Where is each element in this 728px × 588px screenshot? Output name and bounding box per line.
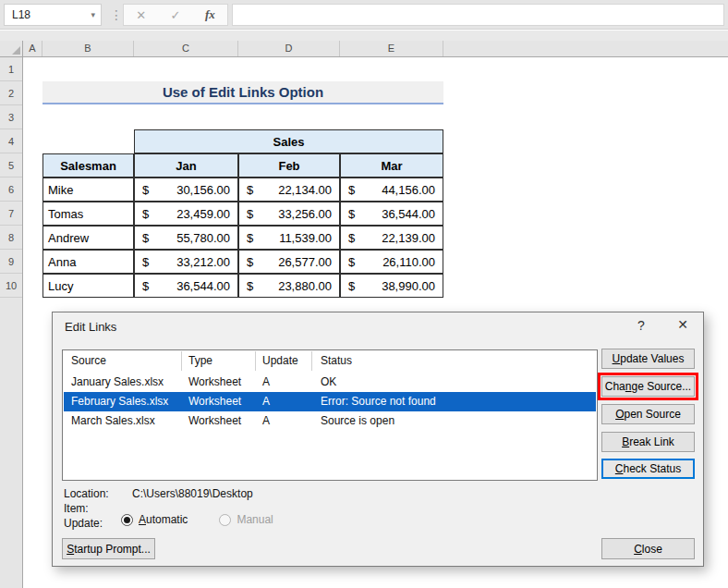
column-header-b[interactable]: B <box>42 41 134 56</box>
select-all-corner[interactable] <box>0 41 23 56</box>
table-col-header-mar: Mar <box>340 153 443 178</box>
confirm-icon[interactable]: ✓ <box>171 8 181 22</box>
cell-value[interactable]: $36,544.00 <box>134 274 238 298</box>
row-header-7[interactable]: 7 <box>0 202 22 226</box>
check-status-button[interactable]: Check Status <box>601 459 695 479</box>
link-status: Error: Source not found <box>321 392 436 411</box>
label-accel: O <box>615 408 624 421</box>
break-link-button[interactable]: Break Link <box>601 432 695 452</box>
update-mode-radios: Automatic Manual <box>121 513 273 526</box>
list-item-march[interactable]: March Sales.xlsx Worksheet A Source is o… <box>64 411 596 431</box>
name-box-dropdown-icon[interactable]: ▾ <box>91 10 101 19</box>
row-header-4[interactable]: 4 <box>0 129 22 153</box>
name-box-value: L18 <box>5 8 91 21</box>
link-source: March Sales.xlsx <box>71 411 155 431</box>
formula-bar-buttons: ✕ ✓ fx <box>123 4 228 26</box>
location-value: C:\Users\88019\Desktop <box>132 487 253 500</box>
link-update: A <box>262 373 270 392</box>
cancel-icon[interactable]: ✕ <box>136 8 146 22</box>
cell-salesman[interactable]: Andrew <box>42 226 134 250</box>
cell-value[interactable]: $11,539.00 <box>238 226 340 250</box>
help-icon[interactable]: ? <box>631 318 651 335</box>
cell-value[interactable]: $23,880.00 <box>238 274 340 298</box>
table-col-header-salesman: Salesman <box>42 153 134 178</box>
open-source-button[interactable]: Open Source <box>601 404 695 424</box>
table-col-header-jan: Jan <box>134 153 238 178</box>
column-header-e[interactable]: E <box>340 41 443 56</box>
currency-symbol: $ <box>247 183 253 197</box>
cell-value[interactable]: $44,156.00 <box>340 178 443 202</box>
link-type: Worksheet <box>188 411 241 431</box>
amount: 38,990.00 <box>382 279 435 293</box>
list-item-january[interactable]: January Sales.xlsx Worksheet A OK <box>64 373 596 392</box>
cell-value[interactable]: $38,990.00 <box>340 274 443 298</box>
column-header-c[interactable]: C <box>134 41 238 56</box>
cell-salesman[interactable]: Anna <box>42 250 134 274</box>
link-update: A <box>262 392 270 411</box>
name-box[interactable]: L18 ▾ <box>4 4 102 26</box>
links-list[interactable]: Source Type Update Status January Sales.… <box>62 349 598 481</box>
edit-links-dialog: Edit Links ? ✕ Source Type Update Status… <box>52 312 704 567</box>
dialog-title: Edit Links <box>65 320 116 334</box>
row-header-8[interactable]: 8 <box>0 226 22 250</box>
cell-value[interactable]: $26,110.00 <box>340 250 443 274</box>
row-header-10[interactable]: 10 <box>0 274 22 298</box>
update-values-button[interactable]: Update Values <box>601 349 695 369</box>
row-header-6[interactable]: 6 <box>0 178 22 202</box>
row-header-1[interactable]: 1 <box>0 57 22 81</box>
cell-value[interactable]: $36,544.00 <box>340 202 443 226</box>
cell-value[interactable]: $22,134.00 <box>238 178 340 202</box>
close-icon[interactable]: ✕ <box>672 317 694 334</box>
row-header-3[interactable]: 3 <box>0 105 22 129</box>
update-row: Update: <box>64 517 103 530</box>
amount: 55,780.00 <box>176 231 230 245</box>
startup-prompt-button[interactable]: Startup Prompt... <box>62 538 155 559</box>
radio-manual[interactable] <box>219 514 231 526</box>
link-update: A <box>262 411 270 431</box>
row-header-5[interactable]: 5 <box>0 153 22 178</box>
label-accel: C <box>634 543 642 556</box>
close-button[interactable]: Close <box>601 538 695 559</box>
cell-value[interactable]: $30,156.00 <box>134 178 238 202</box>
column-header-a[interactable]: A <box>23 41 42 56</box>
column-header-d[interactable]: D <box>238 41 340 56</box>
label-accel: U <box>613 352 621 365</box>
link-type: Worksheet <box>188 373 241 392</box>
link-source: February Sales.xlsx <box>71 392 168 411</box>
label-part: heck Status <box>623 462 681 475</box>
amount: 36,544.00 <box>382 207 435 221</box>
chrome-spacer <box>0 31 728 41</box>
insert-function-icon[interactable]: fx <box>205 7 215 22</box>
currency-symbol: $ <box>348 207 355 221</box>
label-part: pdate Values <box>620 352 684 365</box>
cell-salesman[interactable]: Tomas <box>42 202 134 226</box>
link-source: January Sales.xlsx <box>71 373 164 392</box>
radio-automatic[interactable] <box>121 514 133 526</box>
row-header-2[interactable]: 2 <box>0 81 22 105</box>
currency-symbol: $ <box>348 183 355 197</box>
list-header-source: Source <box>71 351 106 371</box>
label-part: reak Link <box>629 435 674 448</box>
cell-value[interactable]: $23,459.00 <box>134 202 238 226</box>
cell-value[interactable]: $26,577.00 <box>238 250 340 274</box>
cell-salesman[interactable]: Lucy <box>42 274 134 298</box>
excel-window: L18 ▾ ⋮ ✕ ✓ fx A B C D E 1 2 3 4 5 6 7 8… <box>0 0 728 588</box>
cell-value[interactable]: $33,256.00 <box>238 202 340 226</box>
amount: 26,577.00 <box>278 255 332 269</box>
label-part: ge Source... <box>631 380 691 393</box>
table-col-header-feb: Feb <box>238 153 340 178</box>
currency-symbol: $ <box>247 279 253 293</box>
label-accel: n <box>625 380 632 393</box>
list-header-type: Type <box>188 351 212 371</box>
row-header-9[interactable]: 9 <box>0 250 22 274</box>
cell-value[interactable]: $33,212.00 <box>134 250 238 274</box>
change-source-button[interactable]: Change Source... <box>601 376 695 397</box>
label-part: lose <box>642 543 662 556</box>
cell-value[interactable]: $22,139.00 <box>340 226 443 250</box>
list-item-february-selected[interactable]: February Sales.xlsx Worksheet A Error: S… <box>64 392 596 411</box>
currency-symbol: $ <box>142 183 149 197</box>
cell-salesman[interactable]: Mike <box>42 178 134 202</box>
formula-input[interactable] <box>232 4 724 26</box>
cell-value[interactable]: $55,780.00 <box>134 226 238 250</box>
amount: 11,539.00 <box>279 231 332 245</box>
